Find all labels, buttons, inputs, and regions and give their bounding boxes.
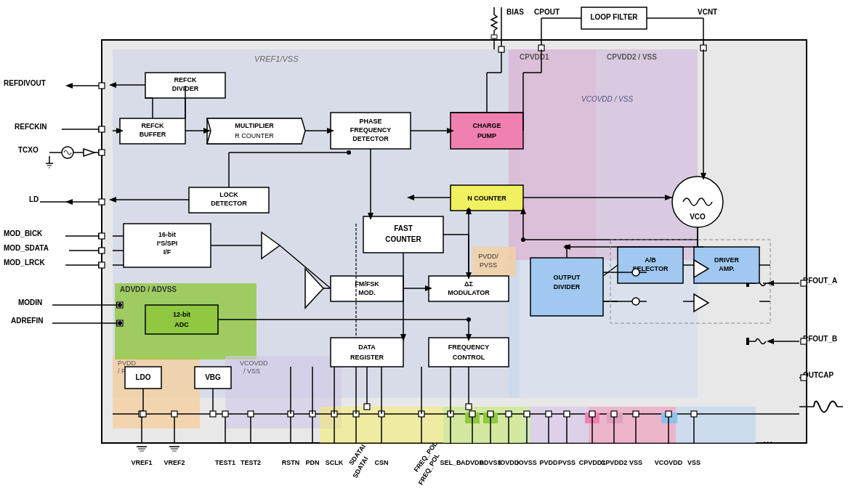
svg-text:12-bit: 12-bit (173, 311, 190, 318)
svg-rect-291 (524, 411, 530, 417)
svg-text:VCOVDD: VCOVDD (240, 359, 268, 367)
svg-rect-148 (331, 338, 403, 367)
svg-text:DIVIDER: DIVIDER (554, 283, 581, 290)
svg-text:MODULATOR: MODULATOR (448, 289, 490, 296)
svg-text:I/F: I/F (163, 248, 171, 256)
svg-text:REFCKIN: REFCKIN (15, 123, 47, 131)
svg-text:TCXO: TCXO (18, 146, 39, 154)
svg-rect-323 (140, 411, 146, 417)
svg-text:RFOUT_B: RFOUT_B (803, 335, 837, 343)
svg-rect-85 (801, 280, 807, 286)
svg-text:REFDIVOUT: REFDIVOUT (4, 79, 46, 87)
svg-rect-294 (546, 411, 552, 417)
svg-text:OUTCAP: OUTCAP (803, 371, 834, 379)
svg-rect-308 (633, 411, 639, 417)
svg-text:PVSS: PVSS (480, 261, 497, 269)
svg-point-76 (118, 303, 122, 307)
svg-text:CHARGE: CHARGE (472, 122, 501, 129)
svg-point-214 (467, 208, 471, 213)
svg-rect-312 (666, 411, 671, 417)
svg-text:AMP.: AMP. (719, 265, 734, 272)
svg-text:PVDD: PVDD (539, 459, 558, 466)
svg-text:REGISTER: REGISTER (350, 354, 384, 361)
svg-text:FM/FSK: FM/FSK (355, 280, 379, 288)
svg-text:CPVDD2: CPVDD2 (601, 459, 628, 466)
svg-text:MODIN: MODIN (18, 298, 42, 306)
svg-text:A/B: A/B (645, 256, 656, 264)
svg-text:/ VSS: / VSS (243, 367, 260, 375)
svg-text:MOD.: MOD. (358, 289, 376, 296)
svg-text:VREF1/VSS: VREF1/VSS (254, 54, 299, 63)
svg-text:LDO: LDO (135, 373, 150, 381)
svg-text:COUNTER: COUNTER (385, 235, 421, 243)
svg-text:VSS: VSS (687, 459, 700, 466)
svg-text:PVDD: PVDD (118, 359, 137, 367)
svg-rect-12 (589, 407, 676, 443)
svg-point-81 (118, 321, 122, 325)
svg-rect-288 (506, 411, 512, 417)
svg-text:CPVDD2 / VSS: CPVDD2 / VSS (607, 53, 657, 61)
svg-rect-301 (589, 411, 595, 417)
svg-rect-305 (611, 411, 617, 417)
svg-text:MOD_SDATA: MOD_SDATA (4, 244, 49, 252)
svg-text:BIAS: BIAS (506, 8, 524, 16)
svg-rect-71 (99, 262, 105, 268)
svg-rect-285 (488, 411, 493, 417)
svg-text:DETECTOR: DETECTOR (352, 135, 389, 142)
diagram-container: VREF1/VSS CPVDD1 CPVDD2 / VSS VCOVDD / V… (0, 0, 848, 504)
svg-rect-151 (429, 338, 509, 367)
svg-text:N COUNTER: N COUNTER (467, 195, 506, 202)
svg-rect-55 (99, 150, 105, 155)
svg-text:RSTN: RSTN (282, 459, 300, 466)
svg-rect-325 (210, 411, 216, 417)
svg-rect-93 (801, 338, 807, 344)
svg-point-225 (565, 245, 569, 249)
svg-text:FREQUENCY: FREQUENCY (350, 126, 392, 134)
svg-text:FAST: FAST (394, 224, 413, 232)
svg-text:VCOVDD: VCOVDD (655, 459, 683, 466)
svg-text:PUMP: PUMP (477, 132, 496, 139)
svg-text:BUFFER: BUFFER (140, 131, 166, 138)
svg-text:OUTPUT: OUTPUT (554, 274, 581, 281)
svg-text:MOD_BICK: MOD_BICK (4, 229, 43, 237)
svg-rect-227 (364, 404, 370, 410)
svg-text:LD: LD (29, 195, 39, 203)
svg-text:REFCK: REFCK (174, 76, 197, 84)
svg-rect-59 (99, 199, 105, 205)
svg-text:R COUNTER: R COUNTER (235, 132, 274, 139)
svg-text:LOCK: LOCK (219, 191, 238, 198)
svg-point-238 (467, 317, 471, 322)
svg-text:VREF2: VREF2 (163, 459, 185, 466)
svg-rect-253 (222, 411, 228, 417)
svg-rect-315 (691, 411, 697, 417)
svg-rect-256 (248, 411, 254, 417)
svg-text:SCLK: SCLK (326, 459, 344, 466)
svg-text:PVSS: PVSS (558, 459, 576, 466)
svg-text:VREF1: VREF1 (131, 459, 152, 466)
svg-text:RFOUT_A: RFOUT_A (803, 277, 837, 285)
svg-text:PHASE: PHASE (359, 118, 381, 125)
svg-text:...: ... (763, 433, 772, 445)
svg-rect-67 (99, 248, 105, 253)
svg-text:VSS: VSS (629, 459, 642, 466)
svg-rect-175 (498, 46, 504, 52)
svg-text:LOOP FILTER: LOOP FILTER (590, 13, 638, 21)
svg-rect-47 (99, 126, 105, 132)
svg-text:DRIVER: DRIVER (714, 256, 740, 264)
svg-text:ADVDD / ADVSS: ADVDD / ADVSS (120, 285, 177, 293)
svg-point-339 (632, 269, 639, 276)
svg-rect-11 (530, 407, 589, 443)
svg-text:TEST2: TEST2 (241, 459, 261, 466)
svg-point-193 (521, 237, 525, 242)
svg-rect-13 (676, 407, 756, 443)
svg-text:DETECTOR: DETECTOR (211, 200, 247, 207)
svg-text:TEST1: TEST1 (215, 459, 235, 466)
svg-text:ΔΣ: ΔΣ (464, 280, 473, 288)
svg-rect-297 (564, 411, 570, 417)
svg-text:CPVDD1: CPVDD1 (520, 53, 549, 61)
svg-text:16-bit: 16-bit (158, 231, 176, 238)
svg-text:CPOUT: CPOUT (534, 8, 560, 16)
svg-rect-247 (171, 411, 177, 417)
svg-rect-43 (99, 83, 105, 89)
svg-rect-99 (801, 375, 807, 381)
